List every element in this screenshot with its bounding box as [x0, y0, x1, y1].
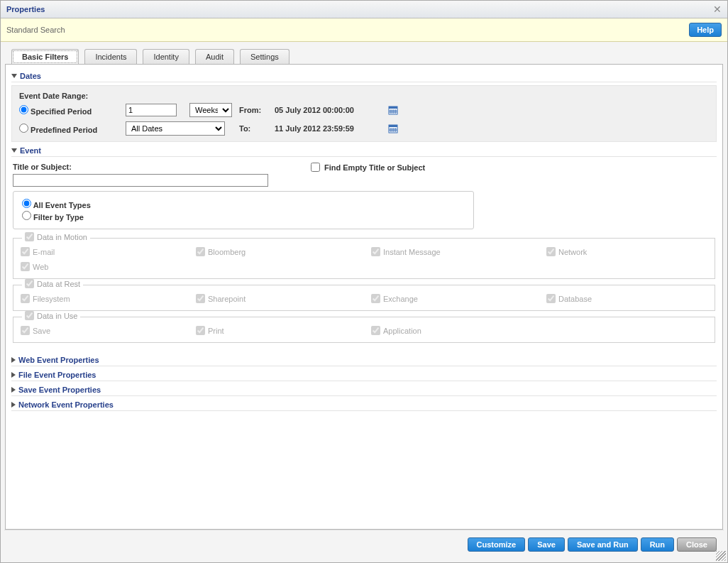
chevron-right-icon	[11, 372, 16, 378]
help-button[interactable]: Help	[689, 23, 722, 37]
panel[interactable]: Dates Event Date Range: Specified Period…	[5, 64, 723, 530]
chevron-down-icon	[11, 74, 17, 78]
chk-network: Network	[546, 247, 707, 256]
tabs: Basic Filters Incidents Identity Audit S…	[4, 49, 724, 65]
to-value: 11 July 2012 23:59:59	[275, 124, 388, 133]
to-label: To:	[239, 124, 275, 133]
date-grid: Specified Period Weeks From: 05 July 201…	[19, 103, 709, 136]
find-empty-checkbox[interactable]: Find Empty Title or Subject	[311, 163, 425, 172]
section-dates-header[interactable]: Dates	[11, 72, 717, 82]
svg-rect-1	[389, 106, 397, 109]
body: Basic Filters Incidents Identity Audit S…	[1, 42, 727, 562]
section-network-event-props[interactable]: Network Event Properties	[11, 400, 717, 411]
tab-incidents[interactable]: Incidents	[84, 49, 137, 65]
all-event-types-radio[interactable]: All Event Types	[22, 199, 465, 209]
from-label: From:	[239, 106, 275, 114]
section-event-title: Event	[20, 146, 41, 155]
period-unit-select[interactable]: Weeks	[189, 103, 232, 117]
fieldset-data-at-rest: Data at Rest Filesystem Sharepoint Excha…	[13, 285, 715, 311]
chk-filesystem: Filesystem	[21, 294, 182, 303]
chk-web: Web	[21, 262, 182, 271]
resize-handle[interactable]	[716, 551, 726, 561]
section-dates-body: Event Date Range: Specified Period Weeks…	[11, 85, 717, 142]
fieldset-data-in-use: Data in Use Save Print Application	[13, 317, 715, 343]
period-count-input[interactable]	[126, 104, 177, 116]
event-date-range-label: Event Date Range:	[19, 92, 709, 100]
section-web-event-props[interactable]: Web Event Properties	[11, 356, 717, 366]
run-button[interactable]: Run	[641, 537, 674, 552]
predefined-period-select[interactable]: All Dates	[126, 121, 225, 136]
title-subject-input[interactable]	[13, 174, 268, 187]
save-button[interactable]: Save	[528, 537, 565, 552]
fieldset-data-in-motion: Data in Motion E-mail Bloomberg Instant …	[13, 238, 715, 279]
section-event-body: Title or Subject: Find Empty Title or Su…	[11, 160, 717, 351]
tab-settings[interactable]: Settings	[240, 49, 289, 65]
chevron-right-icon	[11, 402, 16, 408]
chk-print: Print	[196, 326, 357, 335]
from-value: 05 July 2012 00:00:00	[275, 106, 388, 114]
chk-bloomberg: Bloomberg	[196, 247, 357, 256]
filter-by-type-radio[interactable]: Filter by Type	[22, 211, 465, 222]
predefined-period-radio[interactable]: Predefined Period	[19, 124, 126, 134]
search-name: Standard Search	[6, 26, 65, 34]
specified-period-radio[interactable]: Specified Period	[19, 105, 126, 116]
chk-instant-message: Instant Message	[371, 247, 532, 256]
section-event-header[interactable]: Event	[11, 146, 717, 157]
tab-audit[interactable]: Audit	[195, 49, 234, 65]
section-dates-title: Dates	[20, 72, 41, 80]
chevron-right-icon	[11, 357, 16, 363]
chk-database: Database	[546, 294, 707, 303]
chk-email: E-mail	[21, 247, 182, 256]
chevron-down-icon	[11, 148, 17, 153]
tab-basic-filters[interactable]: Basic Filters	[11, 49, 79, 65]
data-at-rest-checkbox	[25, 279, 34, 288]
tab-identity[interactable]: Identity	[143, 49, 189, 65]
window-title: Properties	[6, 5, 45, 13]
subheader: Standard Search Help	[1, 18, 727, 42]
customize-button[interactable]: Customize	[468, 537, 526, 552]
section-save-event-props[interactable]: Save Event Properties	[11, 386, 717, 396]
svg-rect-8	[389, 125, 397, 127]
chk-sharepoint: Sharepoint	[196, 294, 357, 303]
properties-window: Properties ✕ Standard Search Help Basic …	[0, 0, 728, 563]
close-button[interactable]: Close	[677, 537, 717, 552]
close-icon[interactable]: ✕	[713, 4, 722, 15]
save-and-run-button[interactable]: Save and Run	[568, 537, 638, 552]
section-file-event-props[interactable]: File Event Properties	[11, 371, 717, 381]
chk-exchange: Exchange	[371, 294, 532, 303]
chevron-right-icon	[11, 387, 16, 393]
title-subject-label: Title or Subject:	[13, 163, 268, 171]
calendar-from-icon[interactable]	[388, 105, 398, 115]
titlebar: Properties ✕	[1, 1, 727, 18]
event-type-box: All Event Types Filter by Type	[13, 191, 474, 229]
calendar-to-icon[interactable]	[388, 124, 398, 133]
data-in-use-checkbox	[25, 311, 34, 320]
footer: Customize Save Save and Run Run Close	[4, 530, 724, 559]
chk-save: Save	[21, 326, 182, 335]
data-in-motion-checkbox	[25, 232, 34, 241]
chk-application: Application	[371, 326, 532, 335]
